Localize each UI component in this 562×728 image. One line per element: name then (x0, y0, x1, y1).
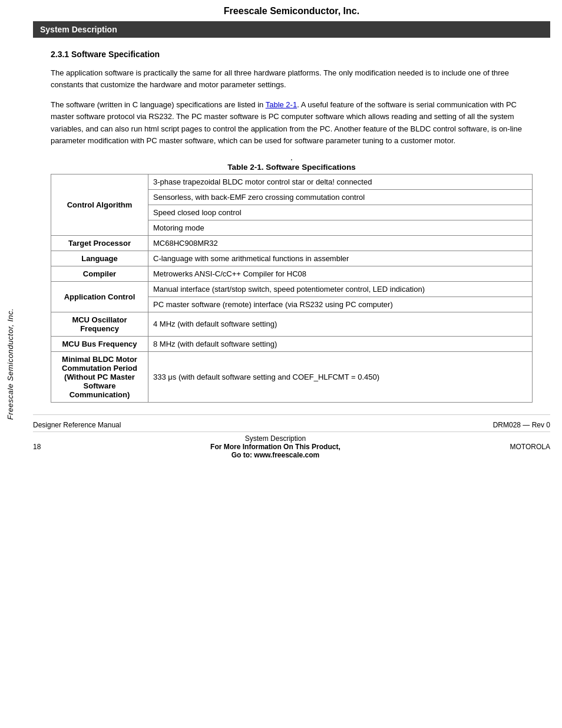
sidebar-text: Freescale Semiconductor, Inc. (6, 308, 15, 420)
footer-page-number: 18 (33, 443, 41, 451)
application-control-value-1: Manual interface (start/stop switch, spe… (148, 281, 533, 297)
target-processor-value: MC68HC908MR32 (148, 235, 533, 251)
spec-table: Control Algorithm 3-phase trapezoidal BL… (51, 174, 533, 403)
main-content: Freescale Semiconductor, Inc. System Des… (21, 0, 562, 462)
footer-center: System Description For More Information … (41, 434, 510, 459)
table-row: MCU Bus Frequency 8 MHz (with default so… (51, 336, 533, 351)
mcu-bus-label: MCU Bus Frequency (51, 336, 148, 351)
control-algorithm-value-3: Speed closed loop control (148, 205, 533, 220)
table-row: Control Algorithm 3-phase trapezoidal BL… (51, 174, 533, 189)
table-row: Application Control Manual interface (st… (51, 281, 533, 297)
language-label: Language (51, 251, 148, 266)
section-banner-text: System Description (40, 25, 117, 34)
footer-top: Designer Reference Manual DRM028 — Rev 0 (33, 414, 550, 431)
table-row: Compiler Metrowerks ANSI-C/cC++ Compiler… (51, 266, 533, 281)
table-row: Target Processor MC68HC908MR32 (51, 235, 533, 251)
application-control-label: Application Control (51, 281, 148, 312)
sidebar: Freescale Semiconductor, Inc. (0, 0, 21, 728)
footer-right: DRM028 — Rev 0 (493, 421, 550, 429)
mcu-oscillator-value: 4 MHz (with default software setting) (148, 312, 533, 336)
table-row: Language C-language with some arithmetic… (51, 251, 533, 266)
control-algorithm-value-2: Sensorless, with back-EMF zero crossing … (148, 189, 533, 205)
body-paragraph-2: The software (written in C language) spe… (51, 99, 533, 147)
page-wrapper: Freescale Semiconductor, Inc. Freescale … (0, 0, 562, 728)
footer-bottom: 18 System Description For More Informati… (33, 431, 550, 462)
language-value: C-language with some arithmetical functi… (148, 251, 533, 266)
control-algorithm-label: Control Algorithm (51, 174, 148, 235)
content-area: 2.3.1 Software Specification The applica… (33, 50, 550, 403)
table-title: . Table 2-1. Software Specifications (51, 155, 533, 172)
table-dot: . (51, 155, 533, 162)
section-heading: 2.3.1 Software Specification (51, 50, 533, 59)
body-paragraph-1: The application software is practically … (51, 67, 533, 91)
table-row: MCU Oscillator Frequency 4 MHz (with def… (51, 312, 533, 336)
page-header: Freescale Semiconductor, Inc. (33, 0, 550, 21)
compiler-label: Compiler (51, 266, 148, 281)
footer-promo-line2: Go to: www.freescale.com (41, 451, 510, 459)
footer-left: Designer Reference Manual (33, 421, 121, 429)
header-title: Freescale Semiconductor, Inc. (224, 6, 359, 16)
minimal-bldc-label: Minimal BLDC Motor Commutation Period (W… (51, 351, 148, 402)
compiler-value: Metrowerks ANSI-C/cC++ Compiler for HC08 (148, 266, 533, 281)
mcu-bus-value: 8 MHz (with default software setting) (148, 336, 533, 351)
control-algorithm-value-4: Motoring mode (148, 220, 533, 235)
footer-promo-line1: For More Information On This Product, (41, 443, 510, 451)
target-processor-label: Target Processor (51, 235, 148, 251)
application-control-value-2: PC master software (remote) interface (v… (148, 297, 533, 312)
footer-center-title: System Description (41, 434, 510, 443)
footer-brand: MOTOROLA (510, 443, 550, 451)
table-link[interactable]: Table 2-1 (266, 100, 297, 109)
table-row: Minimal BLDC Motor Commutation Period (W… (51, 351, 533, 402)
table-title-text: Table 2-1. Software Specifications (227, 163, 355, 172)
minimal-bldc-value: 333 μs (with default software setting an… (148, 351, 533, 402)
mcu-oscillator-label: MCU Oscillator Frequency (51, 312, 148, 336)
section-banner: System Description (33, 21, 550, 38)
control-algorithm-value-1: 3-phase trapezoidal BLDC motor control s… (148, 174, 533, 189)
